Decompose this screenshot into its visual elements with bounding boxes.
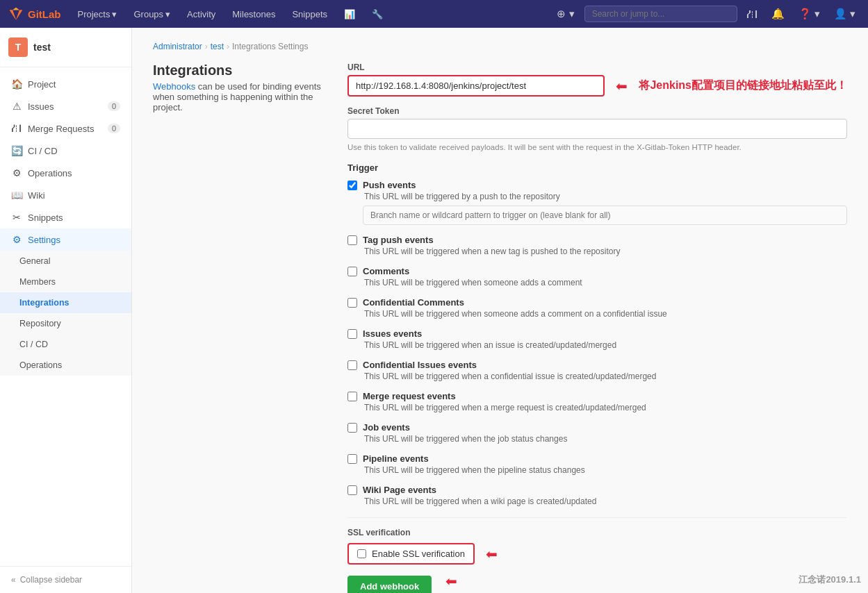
branch-input[interactable] xyxy=(363,206,847,225)
nav-user-icon[interactable]: 👤 ▾ xyxy=(830,5,860,23)
nav-activity[interactable]: Activity xyxy=(181,6,221,22)
sidebar-item-general[interactable]: General xyxy=(0,251,131,272)
webhooks-link[interactable]: Webhooks xyxy=(153,81,195,92)
push-events-checkbox[interactable] xyxy=(347,181,357,190)
breadcrumb: Administrator › test › Integrations Sett… xyxy=(153,42,847,51)
push-events-label[interactable]: Push events xyxy=(347,180,847,190)
ssl-checkbox-wrapper: Enable SSL verification xyxy=(347,543,475,565)
nav-milestones[interactable]: Milestones xyxy=(227,6,281,22)
breadcrumb-test[interactable]: test xyxy=(211,42,224,51)
trigger-pipeline-events: Pipeline events This URL will be trigger… xyxy=(347,453,847,475)
breadcrumb-sep1: › xyxy=(205,42,208,51)
secret-token-form-group: Secret Token Use this token to validate … xyxy=(347,106,847,153)
main-content: Administrator › test › Integrations Sett… xyxy=(132,28,868,593)
nav-snippets[interactable]: Snippets xyxy=(286,6,333,22)
sidebar-item-wiki[interactable]: 📖 Wiki xyxy=(0,184,131,206)
wiki-page-label[interactable]: Wiki Page events xyxy=(347,485,847,495)
sidebar-item-repository[interactable]: Repository xyxy=(0,313,131,334)
collapse-label: Collapse sidebar xyxy=(20,575,82,585)
pipeline-events-checkbox[interactable] xyxy=(347,454,357,464)
conf-issues-checkbox[interactable] xyxy=(347,360,357,370)
pipeline-events-text: Pipeline events xyxy=(363,453,429,464)
sidebar-item-merge-requests[interactable]: ⛙ Merge Requests 0 xyxy=(0,117,131,140)
nav-issues-icon[interactable]: 🔔 xyxy=(767,5,789,23)
conf-comments-checkbox[interactable] xyxy=(347,298,357,308)
tag-push-text: Tag push events xyxy=(363,235,434,245)
trigger-conf-issues: Confidential Issues events This URL will… xyxy=(347,360,847,381)
ssl-checkbox-label[interactable]: Enable SSL verification xyxy=(372,549,465,559)
trigger-job-events: Job events This URL will be triggered wh… xyxy=(347,422,847,444)
sidebar-nav: 🏠 Project ⚠ Issues 0 ⛙ Merge Requests 0 … xyxy=(0,67,131,566)
wiki-page-checkbox[interactable] xyxy=(347,485,357,495)
push-events-desc: This URL will be triggered by a push to … xyxy=(364,192,847,201)
sidebar-item-settings[interactable]: ⚙ Settings xyxy=(0,228,131,251)
nav-groups[interactable]: Groups ▾ xyxy=(128,6,176,22)
conf-comments-label[interactable]: Confidential Comments xyxy=(347,297,847,308)
global-search-input[interactable] xyxy=(584,6,737,22)
pipeline-events-desc: This URL will be triggered when the pipe… xyxy=(364,465,847,475)
trigger-confidential-comments: Confidential Comments This URL will be t… xyxy=(347,297,847,319)
conf-issues-desc: This URL will be triggered when a confid… xyxy=(364,371,847,381)
sidebar-item-ci-cd-sub[interactable]: CI / CD xyxy=(0,334,131,355)
issues-events-label[interactable]: Issues events xyxy=(347,328,847,339)
pipeline-events-label[interactable]: Pipeline events xyxy=(347,453,847,464)
secret-token-input[interactable] xyxy=(347,119,847,139)
nav-projects[interactable]: Projects ▾ xyxy=(72,6,123,22)
wiki-page-text: Wiki Page events xyxy=(363,485,436,495)
issues-badge: 0 xyxy=(108,101,120,111)
sidebar-item-label: Settings xyxy=(28,235,60,245)
nav-plus-btn[interactable]: ⊕ ▾ xyxy=(552,5,578,23)
sidebar-item-label: Merge Requests xyxy=(28,124,94,134)
tag-push-checkbox[interactable] xyxy=(347,235,357,245)
issues-events-checkbox[interactable] xyxy=(347,329,357,339)
sidebar-item-label: Wiki xyxy=(28,190,45,201)
conf-comments-desc: This URL will be triggered when someone … xyxy=(364,309,847,319)
repository-label: Repository xyxy=(19,319,61,328)
breadcrumb-current: Integrations Settings xyxy=(232,42,308,51)
job-events-label[interactable]: Job events xyxy=(347,422,847,433)
page-title: Integrations xyxy=(153,62,327,78)
ssl-arrow: ⬅ xyxy=(486,546,498,562)
url-input[interactable] xyxy=(347,75,605,97)
mr-events-label[interactable]: Merge request events xyxy=(347,391,847,401)
add-webhook-button[interactable]: Add webhook xyxy=(347,576,432,593)
sidebar-item-snippets[interactable]: ✂ Snippets xyxy=(0,206,131,228)
nav-wrench-icon[interactable]: 🔧 xyxy=(366,6,388,22)
nav-chart-icon[interactable]: 📊 xyxy=(338,6,361,22)
home-icon: 🏠 xyxy=(11,78,22,90)
job-events-checkbox[interactable] xyxy=(347,423,357,433)
sidebar-item-issues[interactable]: ⚠ Issues 0 xyxy=(0,95,131,117)
job-events-desc: This URL will be triggered when the job … xyxy=(364,434,847,444)
collapse-sidebar-btn[interactable]: « Collapse sidebar xyxy=(0,566,131,593)
ssl-verification-checkbox[interactable] xyxy=(357,549,366,558)
members-label: Members xyxy=(19,277,56,287)
sidebar-item-label: Project xyxy=(28,79,56,90)
sidebar-item-members[interactable]: Members xyxy=(0,272,131,292)
sidebar-item-operations-sub[interactable]: Operations xyxy=(0,355,131,376)
nav-help-icon[interactable]: ❓ ▾ xyxy=(794,5,824,23)
add-webhook-arrow: ⬅ xyxy=(445,573,457,590)
conf-issues-label[interactable]: Confidential Issues events xyxy=(347,360,847,370)
sidebar-item-integrations[interactable]: Integrations xyxy=(0,292,131,313)
nav-mr-icon[interactable]: ⛙ xyxy=(743,6,762,23)
sidebar-item-label: CI / CD xyxy=(28,146,58,156)
gitlab-logo[interactable]: GitLab xyxy=(8,6,61,22)
project-header[interactable]: T test xyxy=(0,28,131,67)
ssl-section: SSL verification Enable SSL verification… xyxy=(347,517,847,565)
gitlab-label: GitLab xyxy=(28,8,61,20)
mr-events-text: Merge request events xyxy=(363,391,456,401)
sidebar-item-project[interactable]: 🏠 Project xyxy=(0,73,131,95)
operations-sub-label: Operations xyxy=(19,360,62,370)
trigger-section: Trigger Push events This URL will be tri… xyxy=(347,162,847,506)
comments-label[interactable]: Comments xyxy=(347,266,847,276)
sidebar-item-operations[interactable]: ⚙ Operations xyxy=(0,162,131,184)
breadcrumb-admin[interactable]: Administrator xyxy=(153,42,202,51)
tag-push-label[interactable]: Tag push events xyxy=(347,235,847,245)
issues-icon: ⚠ xyxy=(11,101,22,112)
job-events-text: Job events xyxy=(363,422,410,433)
mr-events-checkbox[interactable] xyxy=(347,392,357,401)
comments-checkbox[interactable] xyxy=(347,267,357,276)
conf-comments-text: Confidential Comments xyxy=(363,297,464,308)
cicd-icon: 🔄 xyxy=(11,145,22,156)
sidebar-item-ci-cd[interactable]: 🔄 CI / CD xyxy=(0,140,131,162)
